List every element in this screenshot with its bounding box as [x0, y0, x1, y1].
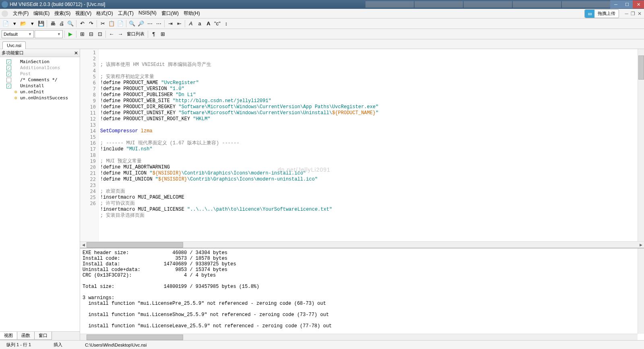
replace-button[interactable]: 🔎: [137, 20, 145, 28]
nav-forward-button[interactable]: →: [116, 30, 124, 38]
code-line[interactable]: !define PRODUCT_WEB_SITE "http://blog.cs…: [100, 98, 642, 104]
tree-item[interactable]: /* Comments */: [2, 77, 78, 83]
output-vertical-scrollbar[interactable]: [638, 248, 644, 334]
menu-item[interactable]: 窗口(W): [159, 9, 181, 18]
close-button[interactable]: ✕: [633, 0, 644, 8]
open-button[interactable]: 📂: [19, 20, 27, 28]
tree-item[interactable]: ✓Uninstall: [2, 83, 78, 89]
file-tab[interactable]: Uvc.nsi: [2, 41, 26, 49]
menu-item[interactable]: 格式(O): [94, 9, 115, 18]
redo-button[interactable]: ↷: [87, 20, 95, 28]
menu-item[interactable]: 搜索(S): [52, 9, 73, 18]
window-tile-h-button[interactable]: ⊞: [78, 30, 86, 38]
panel-tab[interactable]: 视图: [0, 332, 17, 340]
code-line[interactable]: ; 欢迎页面: [100, 189, 642, 195]
print-button[interactable]: 🖨: [58, 20, 66, 28]
bookmark-button[interactable]: ⋯: [155, 20, 163, 28]
code-line[interactable]: !define PRODUCT_UNINST_ROOT_KEY "HKLM": [100, 116, 642, 122]
encoding-combo[interactable]: ▼: [35, 30, 63, 38]
code-line[interactable]: ; 该脚本使用 HM VNISEdit 脚本编辑器向导产生: [100, 62, 642, 68]
tree-checkbox[interactable]: ✓: [6, 60, 11, 64]
tree-checkbox[interactable]: ✓: [6, 66, 11, 70]
scroll-left-arrow[interactable]: ◀: [80, 242, 87, 248]
uppercase-button[interactable]: A: [204, 20, 213, 28]
code-line[interactable]: !define MUI_ABORTWARNING: [100, 164, 642, 170]
code-line[interactable]: !insertmacro MUI_PAGE_WELCOME: [100, 195, 642, 201]
horizontal-scrollbar[interactable]: ◀ ▶: [80, 241, 644, 248]
code-line[interactable]: !insertmacro MUI_PAGE_LICENSE "..\..\..\…: [100, 207, 642, 213]
output-panel[interactable]: EXE header size: 46080 / 34304 bytes Ins…: [80, 248, 644, 340]
maximize-button[interactable]: ☐: [621, 0, 633, 8]
code-line[interactable]: !define PRODUCT_VERSION "1.0": [100, 86, 642, 92]
code-line[interactable]: !define MUI_UNICON "${NSISDIR}\Contrib\G…: [100, 177, 642, 183]
output-horizontal-scrollbar[interactable]: [80, 334, 638, 340]
panel-tab[interactable]: 窗口: [34, 332, 52, 340]
menu-item[interactable]: NSIS(N): [136, 9, 159, 18]
panel-close-button[interactable]: ✕: [74, 50, 78, 56]
mdi-minimize-button[interactable]: ─: [625, 11, 628, 16]
mdi-close-button[interactable]: ✕: [638, 11, 642, 16]
code-line[interactable]: SetCompressor lzma: [100, 128, 642, 134]
code-line[interactable]: !define PRODUCT_PUBLISHER "Dn Li": [100, 92, 642, 98]
syntax-combo[interactable]: Default▼: [2, 30, 34, 38]
new-dropdown-button[interactable]: ▾: [10, 20, 19, 28]
vertical-scrollbar[interactable]: [638, 49, 644, 241]
menu-item[interactable]: 文件(F): [10, 9, 31, 18]
tree-item[interactable]: ⚙un.onUninstSuccess: [2, 95, 78, 101]
tree-item[interactable]: ✓Post: [2, 71, 78, 77]
tree-item[interactable]: ✓AdditionalIcons: [2, 65, 78, 71]
open-dropdown-button[interactable]: ▾: [28, 20, 36, 28]
code-content[interactable]: ; 该脚本使用 HM VNISEdit 脚本编辑器向导产生; 安装程序初始定义常…: [99, 49, 644, 241]
window-tile-v-button[interactable]: ⊟: [87, 30, 95, 38]
scrollbar-thumb[interactable]: [638, 55, 644, 80]
section-tree[interactable]: ✓MainSection✓AdditionalIcons✓Post/* Comm…: [0, 57, 80, 331]
scrollbar-thumb[interactable]: [87, 335, 183, 340]
code-line[interactable]: ; 安装程序初始定义常量: [100, 74, 642, 80]
tree-item[interactable]: ✓MainSection: [2, 59, 78, 65]
save-button[interactable]: 💾: [37, 20, 45, 28]
code-line[interactable]: ; 许可协议页面: [100, 201, 642, 207]
code-line[interactable]: [100, 134, 642, 140]
mdi-restore-button[interactable]: ❐: [631, 11, 635, 16]
code-line[interactable]: [100, 68, 642, 74]
code-line[interactable]: !define PRODUCT_UNINST_KEY "Software\Mic…: [100, 110, 642, 116]
font-button[interactable]: A: [187, 20, 195, 28]
menu-item[interactable]: 编辑(E): [31, 9, 52, 18]
code-line[interactable]: !define PRODUCT_NAME "UvcRegister": [100, 80, 642, 86]
nav-back-button[interactable]: ←: [107, 30, 116, 38]
code-line[interactable]: [100, 152, 642, 158]
outdent-button[interactable]: ⇤: [175, 20, 183, 28]
tree-checkbox[interactable]: [6, 78, 11, 82]
code-line[interactable]: ; MUI 预定义常量: [100, 158, 642, 164]
code-line[interactable]: ; 安装目录选择页面: [100, 213, 642, 219]
find-next-button[interactable]: ⋯: [146, 20, 154, 28]
code-line[interactable]: !define PRODUCT_DIR_REGKEY "Software\Mic…: [100, 104, 642, 110]
upload-widget[interactable]: ∞ 拖拽上传: [584, 9, 619, 18]
paste-button[interactable]: 📄: [116, 20, 124, 28]
special-button[interactable]: ↕: [222, 20, 230, 28]
code-line[interactable]: ; ------ MUI 现代界面定义 (1.67 版本以上兼容) ------: [100, 140, 642, 146]
find-button[interactable]: 🔍: [128, 20, 136, 28]
window-cascade-button[interactable]: ⊡: [96, 30, 104, 38]
tree-checkbox[interactable]: ✓: [6, 72, 11, 76]
code-line[interactable]: !include "MUI.nsh": [100, 146, 642, 152]
undo-button[interactable]: ↶: [78, 20, 86, 28]
new-button[interactable]: 📄: [2, 20, 10, 28]
cut-button[interactable]: ✂: [99, 20, 107, 28]
panel-tab[interactable]: 函数: [17, 332, 35, 340]
code-line[interactable]: [100, 183, 642, 189]
tree-checkbox[interactable]: ✓: [6, 84, 11, 88]
menu-item[interactable]: 帮助(H): [181, 9, 202, 18]
indent-button[interactable]: ⇥: [166, 20, 174, 28]
preview-button[interactable]: 🔍: [66, 20, 74, 28]
code-line[interactable]: !define MUI_ICON "${NSISDIR}\Contrib\Gra…: [100, 170, 642, 177]
copy-button[interactable]: 📋: [107, 20, 116, 28]
quote-button[interactable]: "c": [213, 20, 221, 28]
menu-item[interactable]: 工具(T): [116, 9, 136, 18]
menu-item[interactable]: 视图(V): [73, 9, 94, 18]
run-button[interactable]: ▶: [66, 30, 74, 38]
toggle-output-button[interactable]: ⊞: [159, 30, 167, 38]
code-editor[interactable]: 1234567891011121314151617181920212223242…: [80, 49, 644, 241]
scrollbar-thumb[interactable]: [87, 242, 183, 248]
tree-item[interactable]: ⚙un.onInit: [2, 89, 78, 95]
